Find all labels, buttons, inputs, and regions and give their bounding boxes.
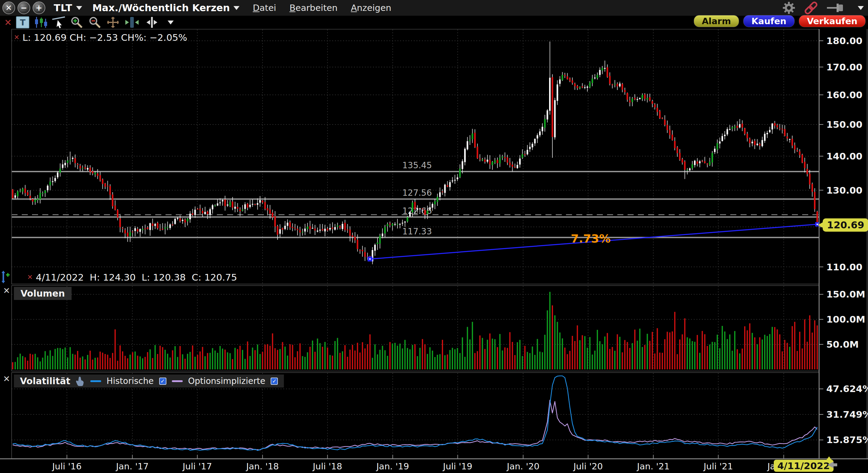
- svg-text:130.00: 130.00: [826, 185, 863, 196]
- svg-text:160.00: 160.00: [826, 89, 863, 100]
- pin-dropdown-caret[interactable]: [858, 6, 864, 10]
- panel-frames: [0, 29, 868, 459]
- svg-text:Jan. '19: Jan. '19: [376, 461, 409, 472]
- time-axis[interactable]: Juli '16Jan. '17Juli '17Jan. '18Juli '18…: [52, 455, 800, 472]
- remove-readout-icon[interactable]: ✕: [27, 273, 33, 281]
- pin-icon[interactable]: [826, 1, 846, 14]
- implied-vol-checkbox[interactable]: ✓: [271, 378, 278, 385]
- implied-volatility-line[interactable]: [13, 400, 817, 450]
- svg-text:Jan. '20: Jan. '20: [506, 461, 539, 472]
- implied-vol-swatch: [172, 380, 183, 382]
- svg-text:Juli '20: Juli '20: [573, 461, 603, 472]
- zoom-out-icon[interactable]: [88, 16, 102, 28]
- sell-button[interactable]: Verkaufen: [799, 15, 866, 27]
- svg-text:117.33: 117.33: [402, 226, 432, 236]
- symbol-caret-icon[interactable]: [76, 6, 82, 10]
- volume-bars[interactable]: [12, 292, 818, 369]
- svg-text:Jan. '17: Jan. '17: [115, 461, 149, 472]
- svg-text:Juli '16: Juli '16: [52, 461, 82, 472]
- panel-resize-handle[interactable]: [1, 271, 11, 283]
- svg-text:150.00: 150.00: [826, 119, 863, 130]
- svg-text:Jan. '18: Jan. '18: [246, 461, 279, 472]
- window-minimize-button[interactable]: −: [18, 1, 30, 14]
- price-axis[interactable]: 180.00170.00160.00150.00140.00130.00120.…: [819, 35, 863, 273]
- remove-study-icon[interactable]: ✕: [14, 34, 19, 41]
- close-volatility-panel-icon[interactable]: ✕: [3, 374, 10, 384]
- svg-text:127.56: 127.56: [402, 188, 432, 198]
- svg-text:Juli '21: Juli '21: [703, 461, 733, 472]
- svg-text:110.00: 110.00: [826, 261, 863, 273]
- timeframe-caret-icon[interactable]: [234, 6, 240, 10]
- svg-text:150.0M: 150.0M: [826, 289, 865, 299]
- trendline-tool-icon[interactable]: [52, 16, 65, 28]
- svg-text:140.00: 140.00: [826, 151, 863, 162]
- volatility-panel-header: Volatilität Historische ✓ Optionsimplizi…: [14, 375, 284, 387]
- historical-vol-label: Historische: [106, 376, 154, 386]
- historical-vol-swatch: [90, 380, 101, 382]
- svg-text:Juli '19: Juli '19: [442, 461, 472, 472]
- menu-anzeigen[interactable]: Anzeigen: [351, 3, 392, 13]
- timeframe-selector[interactable]: Max./Wöchentlich Kerzen: [92, 2, 230, 13]
- crosshair-icon[interactable]: [106, 16, 120, 28]
- link-icon[interactable]: [803, 1, 818, 14]
- toolbar-dropdown-caret[interactable]: [164, 16, 174, 28]
- mouse-cursor: [828, 462, 834, 468]
- svg-text:170.00: 170.00: [826, 62, 863, 72]
- last-price-bubble: 120.69: [823, 218, 868, 232]
- collapse-bars-icon[interactable]: [144, 16, 160, 28]
- hand-tool-icon[interactable]: [76, 376, 85, 386]
- svg-text:47.624%: 47.624%: [826, 383, 868, 394]
- volatility-axis[interactable]: 47.624%31.749%15.875%: [819, 383, 868, 445]
- close-toolbar-icon[interactable]: ✕: [4, 16, 12, 28]
- alarm-button[interactable]: Alarm: [694, 15, 739, 27]
- chart-canvas[interactable]: 135.45127.56122.66117.33180.00170.00160.…: [0, 0, 868, 473]
- svg-text:Jan. '21: Jan. '21: [637, 461, 670, 472]
- svg-text:31.749%: 31.749%: [826, 409, 868, 420]
- gridlines: [11, 30, 819, 458]
- trendline-percent-label: 7.73%: [571, 232, 611, 245]
- price-study-label: ✕L: 120.69 CH: −2.53 CH%: −2.05%: [14, 32, 187, 43]
- svg-text:15.875%: 15.875%: [826, 434, 868, 445]
- zoom-in-icon[interactable]: [70, 16, 84, 28]
- menu-bearbeiten[interactable]: Bearbeiten: [289, 3, 337, 13]
- trading-chart-window: 135.45127.56122.66117.33180.00170.00160.…: [0, 0, 868, 473]
- support-lines[interactable]: 135.45127.56122.66117.33: [11, 160, 819, 238]
- svg-text:50.0M: 50.0M: [826, 339, 859, 350]
- gear-icon[interactable]: [782, 1, 796, 14]
- close-volume-panel-icon[interactable]: ✕: [3, 286, 10, 296]
- svg-text:Juli '18: Juli '18: [312, 461, 342, 472]
- implied-vol-label: Optionsimplizierte: [188, 376, 266, 386]
- titlebar: ✕ − + TLT Max./Wöchentlich Kerzen Datei …: [0, 0, 868, 16]
- svg-text:100.0M: 100.0M: [826, 314, 865, 325]
- text-tool-button[interactable]: T: [16, 16, 29, 28]
- expand-bars-icon[interactable]: [124, 16, 140, 28]
- svg-text:180.00: 180.00: [826, 35, 863, 46]
- window-maximize-button[interactable]: +: [33, 1, 45, 14]
- chart-type-icon[interactable]: [33, 16, 48, 28]
- symbol-selector[interactable]: TLT: [54, 2, 72, 13]
- volume-axis[interactable]: 150.0M100.0M50.0M: [819, 289, 865, 350]
- svg-text:Juli '17: Juli '17: [182, 461, 212, 472]
- volume-panel-title[interactable]: Volumen: [14, 287, 71, 300]
- window-close-button[interactable]: ✕: [2, 1, 15, 14]
- volatility-panel-title[interactable]: Volatilität: [20, 376, 70, 386]
- quick-actions: Alarm Kaufen Verkaufen: [694, 15, 866, 27]
- crosshair-readout: ✕4/11/2022 H: 124.30 L: 120.38 C: 120.75: [27, 272, 237, 283]
- last-date-bubble: 4/11/2022: [774, 460, 834, 472]
- svg-text:135.45: 135.45: [402, 160, 432, 170]
- menu-datei[interactable]: Datei: [253, 3, 276, 13]
- buy-button[interactable]: Kaufen: [743, 15, 795, 27]
- historical-vol-checkbox[interactable]: ✓: [159, 378, 166, 385]
